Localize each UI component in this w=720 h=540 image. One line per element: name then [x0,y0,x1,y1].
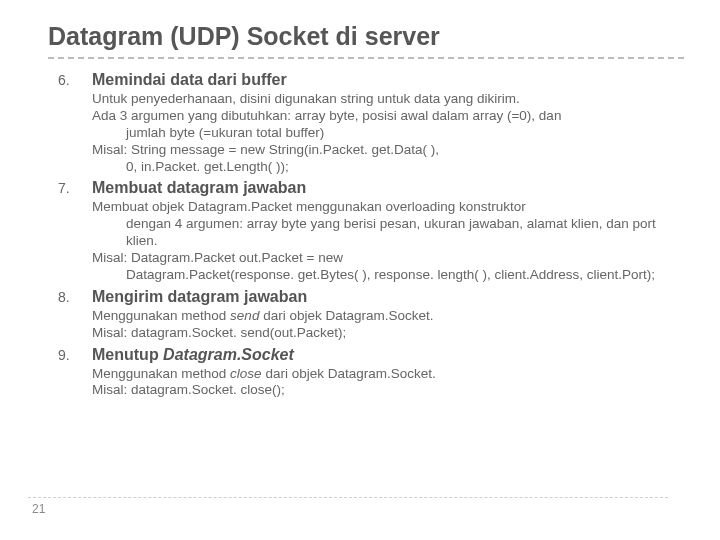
page-number: 21 [32,502,45,516]
slide-content: 6. Memindai data dari buffer Untuk penye… [48,71,684,399]
item-9-header: 9. Menutup Datagram.Socket [58,346,679,364]
footer: 21 [28,497,668,516]
item-8-header: 8. Mengirim datagram jawaban [58,288,679,306]
item-9-heading: Menutup Datagram.Socket [92,346,294,364]
item-7-body: Membuat objek Datagram.Packet menggunaka… [92,199,679,283]
item-9-body: Menggunakan method close dari objek Data… [92,366,679,400]
item-6-header: 6. Memindai data dari buffer [58,71,679,89]
item-6-body: Untuk penyederhanaan, disini digunakan s… [92,91,679,175]
item-7-header: 7. Membuat datagram jawaban [58,179,679,197]
item-8-heading: Mengirim datagram jawaban [92,288,307,306]
item-6-heading: Memindai data dari buffer [92,71,287,89]
item-9-number: 9. [58,347,92,363]
item-6-number: 6. [58,72,92,88]
item-7-number: 7. [58,180,92,196]
item-8-number: 8. [58,289,92,305]
item-7-heading: Membuat datagram jawaban [92,179,306,197]
item-8-body: Menggunakan method send dari objek Datag… [92,308,679,342]
slide-title: Datagram (UDP) Socket di server [48,22,684,59]
